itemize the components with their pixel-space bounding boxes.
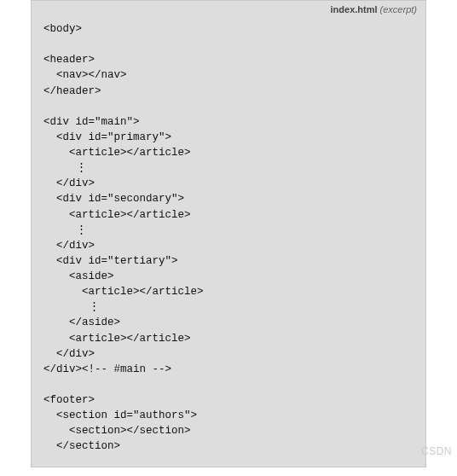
code-listing-header: index.html (excerpt)	[32, 1, 425, 20]
code-excerpt-label: (excerpt)	[378, 4, 417, 15]
code-listing-block-1: index.html (excerpt) <body> <header> <na…	[31, 0, 426, 467]
code-listing-body-1: <body> <header> <nav></nav> </header> <d…	[32, 20, 425, 467]
code-filename: index.html	[331, 4, 378, 15]
